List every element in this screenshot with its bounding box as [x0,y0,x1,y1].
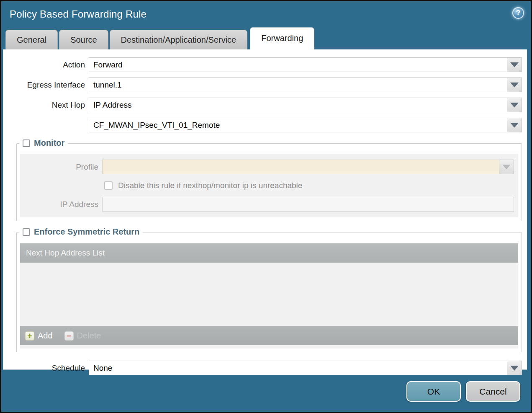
cancel-button[interactable]: Cancel [466,381,520,402]
schedule-row: Schedule None [3,361,527,375]
symmetric-return-group: Enforce Symmetric Return Next Hop Addres… [16,232,522,352]
tab-general[interactable]: General [5,30,58,49]
egress-interface-row: Egress Interface tunnel.1 [3,77,527,92]
titlebar: Policy Based Forwarding Rule ? [1,1,531,27]
next-hop-address-select[interactable]: CF_MWAN_IPsec_VTI_01_Remote [89,118,507,132]
egress-interface-label: Egress Interface [3,80,89,90]
table-toolbar: + Add − Delete [20,326,518,345]
add-icon: + [25,331,34,341]
chevron-down-icon [510,366,519,371]
next-hop-row: Next Hop IP Address [3,98,527,112]
delete-button: − Delete [64,331,101,341]
action-label: Action [3,60,89,70]
monitor-ip-address-input [102,197,514,212]
chevron-down-icon [510,103,519,108]
tab-strip: General Source Destination/Application/S… [1,27,531,49]
egress-interface-dropdown-button[interactable] [507,77,522,92]
delete-icon: − [64,331,74,341]
monitor-checkbox[interactable] [23,139,30,147]
monitor-panel: Profile Disable this rule if nexthop/mon… [20,154,518,217]
monitor-group: Monitor Profile Disable this rule if nex… [16,143,522,221]
symmetric-return-legend: Enforce Symmetric Return [19,227,143,237]
profile-row: Profile [20,160,518,174]
monitor-ip-address-label: IP Address [20,200,102,209]
next-hop-address-list-body [20,263,518,326]
next-hop-type-dropdown-button[interactable] [507,98,522,112]
next-hop-label: Next Hop [3,101,89,110]
pbf-rule-dialog: Policy Based Forwarding Rule ? General S… [0,0,532,413]
forwarding-tab-panel: Action Forward Egress Interface tunnel.1… [3,49,527,370]
dialog-footer: OK Cancel [1,370,531,413]
profile-label: Profile [20,163,102,172]
next-hop-address-row: CF_MWAN_IPsec_VTI_01_Remote [3,118,527,132]
ok-button[interactable]: OK [406,381,461,402]
chevron-down-icon [510,123,519,128]
action-dropdown-button[interactable] [507,57,522,72]
schedule-select[interactable]: None [89,361,507,375]
action-row: Action Forward [3,57,527,72]
profile-select [102,160,499,174]
symmetric-return-legend-label: Enforce Symmetric Return [34,227,139,237]
next-hop-address-table: Next Hop Address List + Add − Delete [20,243,518,348]
tab-forwarding[interactable]: Forwarding [250,27,314,49]
tab-destination-application-service[interactable]: Destination/Application/Service [110,30,248,49]
next-hop-address-list-header: Next Hop Address List [20,243,518,263]
monitor-legend-label: Monitor [34,138,64,148]
next-hop-address-dropdown-button[interactable] [507,118,522,132]
schedule-label: Schedule [3,364,89,373]
monitor-legend: Monitor [19,138,68,148]
chevron-down-icon [502,165,511,170]
tab-source[interactable]: Source [59,30,108,49]
disable-rule-checkbox [104,181,113,190]
help-icon[interactable]: ? [512,7,524,19]
egress-interface-select[interactable]: tunnel.1 [89,77,507,92]
dialog-title: Policy Based Forwarding Rule [10,8,146,20]
disable-rule-row: Disable this rule if nexthop/monitor ip … [104,181,518,190]
enforce-symmetric-return-checkbox[interactable] [23,228,30,236]
profile-dropdown-button [499,160,514,174]
disable-rule-label: Disable this rule if nexthop/monitor ip … [118,181,302,190]
next-hop-type-select[interactable]: IP Address [89,98,507,112]
chevron-down-icon [510,83,519,88]
chevron-down-icon [510,62,519,67]
monitor-ip-address-row: IP Address [20,197,518,212]
schedule-dropdown-button[interactable] [507,361,522,375]
table-bottom-strip [20,345,518,348]
add-button[interactable]: + Add [25,331,53,341]
action-select[interactable]: Forward [89,57,507,72]
